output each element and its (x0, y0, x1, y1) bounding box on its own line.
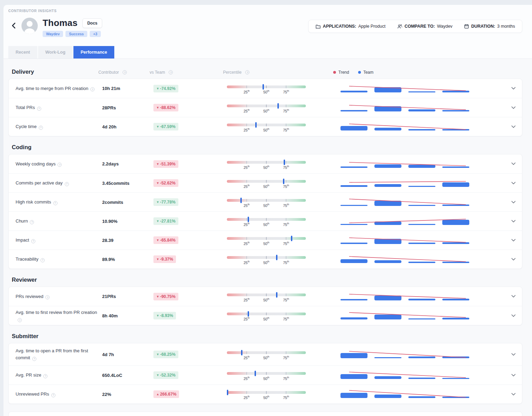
info-icon[interactable]: ? (51, 393, 55, 397)
percentile-tick-labels: 25th50th75th (227, 260, 306, 266)
chevron-down-icon[interactable] (511, 162, 516, 165)
tab-performance[interactable]: Performance (73, 46, 114, 58)
percentile-tick-labels: 25th50th75th (227, 128, 306, 133)
percentile-tick (266, 124, 267, 126)
row-expand-cell (476, 162, 522, 165)
metric-row[interactable]: Weekly coding days?2.2days▼-51.39%25th50… (9, 154, 522, 173)
filter-label: COMPARE TO: (405, 24, 435, 29)
tab-bar: RecentWork-LogPerformance (3, 46, 532, 59)
metric-row[interactable]: Traceability?89.9%▼-9.37%25th50th75th (9, 250, 522, 269)
metric-row[interactable]: Avg. time to merge from PR creation?10h … (9, 79, 522, 98)
percentile-slider: 25th50th75th (227, 101, 306, 114)
metric-row[interactable]: 25th50th75th (9, 412, 522, 416)
chevron-down-icon[interactable] (511, 393, 516, 396)
metric-row[interactable]: Avg. time to first review from PR creati… (9, 306, 522, 325)
chevron-down-icon[interactable] (511, 295, 516, 298)
percentile-cell: 25th50th75th (227, 120, 314, 133)
info-icon[interactable]: ? (39, 126, 43, 130)
info-icon[interactable]: ? (57, 163, 62, 167)
info-icon[interactable]: ? (41, 258, 45, 262)
column-header-label: vs Team (150, 70, 165, 75)
metric-label-cell: Avg. time to first review from PR creati… (16, 309, 102, 322)
filter-bar: APPLICATIONS:Apple ProductCOMPARE TO:Way… (308, 20, 522, 33)
metric-row[interactable]: Unreviewed PRs?22%▲266.67%25th50th75th (9, 385, 522, 404)
info-icon[interactable]: ? (45, 295, 50, 299)
chevron-down-icon[interactable] (511, 125, 516, 128)
percentile-cell: 25th50th75th (227, 82, 314, 95)
vs-team-badge: ▼-51.39% (153, 160, 178, 168)
tab-recent[interactable]: Recent (8, 46, 37, 58)
metric-row[interactable]: Churn?10.90%▼-27.81%25th50th75th (9, 211, 522, 230)
percentile-tick (246, 218, 247, 221)
contributor-name: Thomas (43, 18, 78, 28)
avatar (21, 18, 38, 34)
metric-row[interactable]: Total PRs?28PRs▼-88.62%25th50th75th (9, 98, 522, 117)
chevron-down-icon[interactable] (511, 239, 516, 242)
info-icon[interactable]: ? (31, 239, 35, 243)
tick-label: 50th (263, 203, 269, 208)
delta-value: -90.75% (160, 294, 176, 299)
info-icon[interactable]: ? (32, 357, 36, 361)
info-icon[interactable]: ? (90, 87, 95, 91)
info-icon[interactable]: ? (18, 318, 22, 322)
profile-tag: Success (65, 31, 87, 37)
delta-arrow-icon: ▼ (156, 219, 159, 223)
percentile-tick (286, 293, 286, 296)
percentile-track (227, 124, 306, 126)
metric-value: 28.39 (102, 238, 153, 243)
section-title: Delivery (12, 69, 98, 75)
filter-duration[interactable]: DURATION:3 months (464, 24, 515, 29)
column-header-label: Percentile (223, 70, 241, 75)
percentile-tick (266, 237, 267, 240)
metric-value: 2commits (102, 200, 153, 205)
info-icon[interactable]: ? (43, 374, 47, 378)
tick-label: 75th (283, 184, 289, 189)
chart-cell (337, 310, 476, 322)
percentile-marker (263, 84, 264, 90)
chevron-down-icon[interactable] (511, 258, 516, 261)
info-icon[interactable]: ? (53, 201, 57, 205)
chevron-down-icon[interactable] (511, 182, 516, 185)
percentile-track (227, 256, 306, 259)
docs-button[interactable]: Docs (82, 18, 102, 28)
chevron-down-icon[interactable] (511, 201, 516, 204)
metric-row[interactable]: PRs reviewed?21PRs▼-90.75%25th50th75th (9, 287, 522, 306)
metric-row[interactable]: Avg. time to open a PR from the first co… (9, 343, 522, 365)
info-icon[interactable]: ? (123, 70, 127, 74)
filter-applications[interactable]: APPLICATIONS:Apple Product (316, 24, 385, 29)
legend-item-team: Team (358, 70, 373, 75)
delta-arrow-icon: ▼ (156, 353, 159, 356)
back-button[interactable] (11, 22, 17, 30)
metric-row[interactable]: Impact?28.39▼-65.84%25th50th75th (9, 230, 522, 250)
metric-row[interactable]: Cycle time?4d 20h▼-67.59%25th50th75th (9, 117, 522, 136)
percentile-tick (266, 161, 267, 164)
percentile-tick (246, 180, 247, 183)
info-icon[interactable]: ? (65, 182, 69, 186)
metric-value: 4d 20h (102, 124, 153, 129)
chevron-down-icon[interactable] (511, 353, 516, 356)
delta-value: -77.78% (160, 200, 176, 205)
chevron-down-icon[interactable] (511, 374, 516, 377)
chart-cell (337, 158, 476, 170)
vs-team-badge: ▼-74.92% (153, 85, 178, 92)
tick-label: 25th (243, 222, 250, 227)
chevron-down-icon[interactable] (511, 220, 516, 223)
chevron-down-icon[interactable] (511, 314, 516, 317)
percentile-cell: 25th50th75th (227, 253, 314, 266)
metric-label-cell: Commits per active day? (16, 180, 102, 187)
metric-row[interactable]: Commits per active day?3.45commits▼-52.6… (9, 173, 522, 192)
info-icon[interactable]: ? (37, 107, 41, 111)
metric-row[interactable]: Avg. PR size?650.4LoC▼-52.32%25th50th75t… (9, 365, 522, 385)
chevron-down-icon[interactable] (511, 106, 516, 109)
info-icon[interactable]: ? (30, 220, 34, 224)
tab-work-log[interactable]: Work-Log (38, 46, 73, 58)
filter-compare-to[interactable]: COMPARE TO:Waydev (397, 24, 452, 29)
metric-row[interactable]: High risk commits?2commits▼-77.78%25th50… (9, 192, 522, 211)
tick-label: 75th (283, 317, 289, 321)
chevron-down-icon[interactable] (511, 87, 516, 90)
info-icon[interactable]: ? (169, 70, 173, 74)
metric-label: Impact (16, 237, 29, 243)
vs-team-cell: ▲266.67% (153, 390, 227, 398)
info-icon[interactable]: ? (245, 70, 249, 74)
section-title: Submitter (12, 333, 98, 340)
